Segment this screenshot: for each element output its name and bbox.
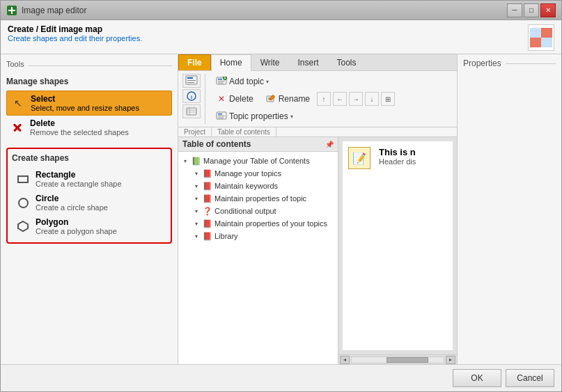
scroll-track[interactable] bbox=[351, 356, 444, 363]
title-bar: Image map editor ─ □ ✕ bbox=[1, 1, 561, 20]
toc-item-label: Manage your Table of Contents bbox=[203, 157, 310, 165]
horizontal-scrollbar: ◂ ▸ bbox=[338, 354, 457, 364]
toc-question-icon: ❓ bbox=[203, 206, 212, 216]
delete-tool[interactable]: Delete Remove the selected shapes bbox=[6, 116, 172, 139]
polygon-shape-icon bbox=[16, 219, 30, 233]
svg-rect-11 bbox=[187, 82, 194, 83]
app-icon bbox=[6, 5, 17, 16]
svg-rect-19 bbox=[218, 79, 222, 80]
scroll-right-button[interactable]: ▸ bbox=[446, 356, 455, 364]
select-tool[interactable]: ↖ Select Select, move and resize shapes bbox=[6, 91, 172, 116]
toc-item-icon: 📕 bbox=[203, 194, 212, 203]
restore-button[interactable]: □ bbox=[524, 3, 539, 17]
ribbon: File Home Write Insert Tools bbox=[178, 54, 457, 137]
ribbon-icon-btn-2[interactable]: i bbox=[182, 89, 201, 103]
rectangle-tool[interactable]: Rectangle Create a rectangle shape bbox=[12, 167, 166, 191]
svg-rect-9 bbox=[187, 77, 193, 79]
ribbon-delete-button[interactable]: ✕ Delete bbox=[211, 91, 258, 107]
toc-library-icon: 📕 bbox=[203, 231, 212, 241]
toc-item-icon: 📕 bbox=[203, 181, 212, 191]
toc-header: Table of contents 📌 bbox=[178, 137, 338, 152]
header-image-preview bbox=[528, 24, 554, 51]
tree-expander[interactable]: ▾ bbox=[192, 169, 201, 178]
preview-note-icon: 📝 bbox=[348, 147, 370, 169]
svg-rect-21 bbox=[218, 83, 224, 84]
properties-panel: Properties bbox=[457, 54, 561, 364]
tree-expander[interactable]: ▾ bbox=[192, 219, 201, 228]
tree-expander[interactable]: ▾ bbox=[192, 207, 201, 215]
svg-text:i: i bbox=[191, 94, 192, 100]
circle-tool[interactable]: Circle Create a circle shape bbox=[12, 191, 166, 214]
nav-grid-button[interactable]: ⊞ bbox=[381, 92, 395, 106]
svg-rect-31 bbox=[218, 118, 224, 118]
add-topic-icon bbox=[216, 76, 227, 87]
list-item[interactable]: ▾ 📕 Maintain keywords bbox=[181, 180, 335, 192]
nav-down-button[interactable]: ↓ bbox=[365, 92, 379, 106]
tab-file[interactable]: File bbox=[178, 54, 211, 70]
ok-button[interactable]: OK bbox=[453, 369, 501, 387]
list-item[interactable]: ▾ 📕 Maintain properties of your topics bbox=[181, 217, 335, 230]
ribbon-row-3: Topic properties bbox=[211, 109, 395, 124]
list-item[interactable]: ▾ ❓ Conditional output bbox=[181, 205, 335, 217]
toc-item-label: Manage your topics bbox=[214, 169, 281, 178]
toc-item-icon: 📕 bbox=[203, 168, 212, 178]
polygon-tool[interactable]: Polygon Create a polygon shape bbox=[12, 214, 166, 238]
manage-shapes-header: Manage shapes bbox=[6, 77, 172, 86]
circle-tool-info: Circle Create a circle shape bbox=[36, 194, 108, 212]
add-topic-button[interactable]: Add topic bbox=[211, 74, 274, 89]
topic-properties-label: Topic properties bbox=[229, 111, 288, 121]
header-area: Create / Edit image map Create shapes an… bbox=[1, 20, 561, 54]
tools-panel: Tools Manage shapes ↖ Select Select, mov… bbox=[1, 54, 178, 364]
delete-tool-name: Delete bbox=[30, 118, 129, 128]
topic-properties-arrow bbox=[290, 113, 293, 120]
toc-item-icon: 📕 bbox=[203, 219, 212, 228]
main-content: Tools Manage shapes ↖ Select Select, mov… bbox=[1, 54, 561, 364]
rectangle-tool-desc: Create a rectangle shape bbox=[36, 180, 122, 188]
svg-rect-4 bbox=[541, 28, 552, 38]
list-item[interactable]: ▾ 📕 Library bbox=[181, 230, 335, 242]
scroll-thumb[interactable] bbox=[387, 357, 428, 363]
polygon-tool-name: Polygon bbox=[36, 217, 117, 227]
circle-tool-desc: Create a circle shape bbox=[36, 203, 108, 212]
topic-properties-button[interactable]: Topic properties bbox=[211, 109, 298, 124]
ribbon-row-2: ✕ Delete bbox=[211, 91, 395, 107]
ribbon-icon-btn-3[interactable] bbox=[182, 104, 201, 118]
nav-right-button[interactable]: → bbox=[349, 92, 363, 106]
circle-tool-name: Circle bbox=[36, 194, 108, 203]
toc-item-label: Conditional output bbox=[214, 207, 276, 215]
ribbon-delete-icon: ✕ bbox=[216, 93, 227, 104]
minimize-button[interactable]: ─ bbox=[507, 3, 522, 17]
topic-properties-icon bbox=[216, 111, 227, 122]
tab-insert[interactable]: Insert bbox=[288, 54, 327, 70]
scroll-left-button[interactable]: ◂ bbox=[340, 356, 350, 364]
toc-title: Table of contents bbox=[182, 139, 251, 149]
ribbon-icon-btn-1[interactable] bbox=[182, 74, 201, 88]
nav-up-button[interactable]: ↑ bbox=[317, 92, 331, 106]
tools-divider bbox=[29, 65, 172, 66]
tab-tools[interactable]: Tools bbox=[327, 54, 365, 70]
svg-rect-30 bbox=[218, 116, 225, 116]
ribbon-rename-button[interactable]: Rename bbox=[260, 91, 315, 107]
tree-expander[interactable]: ▾ bbox=[192, 232, 201, 240]
toc-item-label: Maintain keywords bbox=[214, 182, 278, 190]
list-item[interactable]: ▾ 📕 Manage your topics bbox=[181, 167, 335, 180]
tree-expander[interactable]: ▾ bbox=[192, 194, 201, 203]
window-title: Image map editor bbox=[22, 6, 86, 15]
header-title: Create / Edit image map bbox=[8, 24, 142, 34]
cancel-button[interactable]: Cancel bbox=[506, 369, 554, 387]
close-button[interactable]: ✕ bbox=[540, 3, 556, 17]
ribbon-buttons-group: Add topic ✕ Delete bbox=[211, 74, 395, 124]
tree-expander[interactable]: ▾ bbox=[181, 157, 189, 165]
list-item[interactable]: ▾ 📕 Maintain properties of topic bbox=[181, 192, 335, 205]
tab-write[interactable]: Write bbox=[251, 54, 289, 70]
tab-home[interactable]: Home bbox=[211, 54, 251, 71]
title-bar-left: Image map editor bbox=[6, 5, 86, 16]
preview-subtext: Header dis bbox=[379, 157, 416, 166]
list-item[interactable]: ▾ 📗 Manage your Table of Contents bbox=[181, 155, 335, 167]
select-tool-name: Select bbox=[31, 94, 139, 104]
svg-rect-5 bbox=[530, 38, 541, 47]
toc-pin-icon[interactable]: 📌 bbox=[325, 141, 334, 148]
nav-left-button[interactable]: ← bbox=[333, 92, 347, 106]
toc-item-label: Maintain properties of your topics bbox=[214, 219, 327, 228]
tree-expander[interactable]: ▾ bbox=[192, 182, 201, 190]
